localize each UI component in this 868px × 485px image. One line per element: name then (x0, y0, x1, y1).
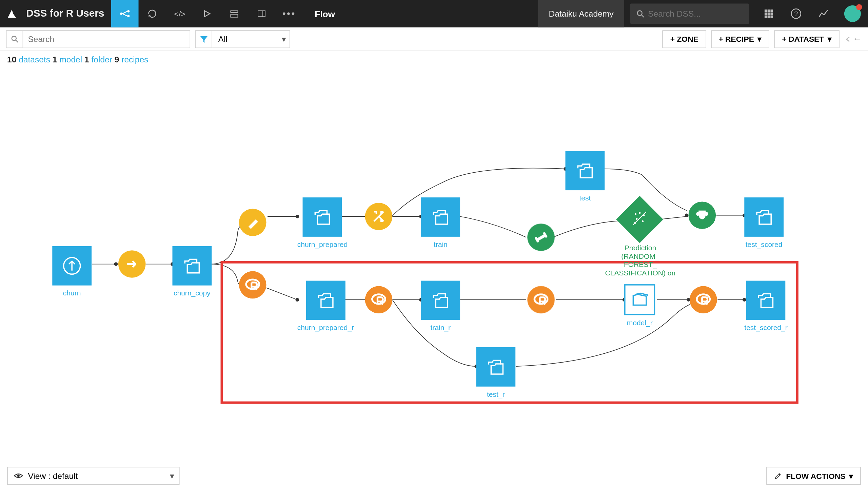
play-icon[interactable] (193, 0, 221, 27)
dataset-churn[interactable]: churn (52, 246, 92, 297)
page-title: Flow (303, 8, 347, 19)
svg-text:?: ? (794, 10, 798, 17)
flow-bottom-bar: View : default FLOW ACTIONS ▾ (0, 464, 868, 485)
apps-grid-icon[interactable] (755, 0, 783, 27)
svg-rect-5 (258, 11, 265, 17)
svg-line-21 (16, 40, 18, 42)
recipe-split[interactable] (365, 203, 393, 230)
recipe-r-code-3[interactable] (527, 286, 555, 313)
dataiku-logo-icon[interactable] (0, 8, 24, 20)
filter-icon (196, 31, 212, 47)
datasets-link[interactable]: datasets (19, 55, 50, 64)
flow-search-box[interactable] (6, 30, 191, 48)
recipe-r-code-4[interactable] (690, 286, 717, 313)
refresh-icon[interactable] (139, 0, 166, 27)
model-count: 1 (53, 55, 57, 64)
recipe-prepare[interactable] (239, 209, 267, 236)
dataset-test-scored-r[interactable]: test_scored_r (744, 281, 787, 332)
datasets-count: 10 (7, 55, 16, 64)
dataset-churn-prepared[interactable]: churn_prepared (297, 197, 348, 249)
dataset-test-scored[interactable]: test_scored (744, 197, 784, 249)
flow-tab-icon[interactable] (111, 0, 139, 27)
activity-icon[interactable] (810, 0, 837, 27)
svg-point-25 (639, 212, 640, 214)
flow-actions-button[interactable]: FLOW ACTIONS ▾ (766, 467, 861, 485)
help-icon[interactable]: ? (783, 0, 810, 27)
svg-point-27 (636, 218, 637, 220)
svg-rect-14 (770, 13, 773, 15)
global-search[interactable] (630, 4, 749, 24)
recipe-train-model[interactable] (527, 224, 555, 251)
recipes-link[interactable]: recipes (121, 55, 148, 64)
model-link[interactable]: model (59, 55, 82, 64)
recipe-r-code-1[interactable] (239, 271, 267, 299)
dataset-churn-prepared-r[interactable]: churn_prepared_r (297, 281, 354, 332)
filter-select[interactable]: All (212, 34, 290, 44)
folder-link[interactable]: folder (92, 55, 112, 64)
dashboard-icon[interactable] (221, 0, 248, 27)
code-icon[interactable]: </> (166, 0, 194, 27)
svg-rect-9 (765, 9, 767, 12)
view-selector[interactable]: View : default (7, 467, 179, 485)
svg-rect-10 (768, 9, 770, 12)
dataset-test[interactable]: test (566, 151, 605, 202)
academy-link[interactable]: Dataiku Academy (538, 0, 624, 27)
flow-filter-box[interactable]: All (195, 30, 290, 48)
recipes-count: 9 (115, 55, 119, 64)
svg-rect-17 (770, 16, 773, 18)
model-prediction-label: Prediction (RANDOM_ FOREST_ CLASSIFICATI… (621, 240, 660, 277)
svg-point-1 (127, 10, 130, 13)
flow-toolbar: All + ZONE + RECIPE▾ + DATASET▾ ← (0, 27, 868, 51)
flow-canvas[interactable]: churn churn_copy churn_prepared train te… (0, 68, 868, 485)
dataset-train-r[interactable]: train_r (421, 281, 460, 332)
svg-point-38 (17, 474, 20, 477)
flow-counts: 10 datasets 1 model 1 folder 9 recipes (0, 51, 868, 68)
svg-rect-16 (768, 16, 770, 18)
svg-point-28 (642, 220, 644, 222)
top-navigation-bar: DSS for R Users </> ••• Flow Dataiku Aca… (0, 0, 868, 27)
add-dataset-button[interactable]: + DATASET▾ (774, 30, 840, 48)
svg-rect-11 (770, 9, 773, 12)
svg-point-0 (120, 13, 123, 15)
recipe-sync[interactable] (118, 250, 146, 278)
dataset-test-r[interactable]: test_r (476, 347, 515, 399)
collapse-right-panel-icon[interactable]: ← (844, 34, 862, 44)
svg-rect-15 (765, 16, 767, 18)
add-zone-button[interactable]: + ZONE (663, 30, 706, 48)
svg-point-20 (12, 36, 16, 41)
model-prediction[interactable] (616, 196, 663, 243)
svg-rect-4 (231, 14, 238, 17)
dataset-train[interactable]: train (421, 197, 460, 249)
view-selector-label: View : default (28, 471, 78, 481)
search-icon (6, 31, 23, 47)
more-icon[interactable]: ••• (275, 0, 303, 27)
add-recipe-button[interactable]: + RECIPE▾ (711, 30, 770, 48)
panel-icon[interactable] (248, 0, 276, 27)
folder-count: 1 (84, 55, 89, 64)
svg-rect-3 (231, 11, 238, 13)
project-title[interactable]: DSS for R Users (24, 8, 111, 20)
svg-rect-13 (768, 13, 770, 15)
svg-point-24 (635, 213, 636, 215)
svg-rect-12 (765, 13, 767, 15)
flow-search-input[interactable] (23, 31, 190, 47)
recipe-r-code-2[interactable] (365, 286, 393, 313)
folder-model-r[interactable]: model_r (624, 284, 655, 327)
recipe-score[interactable] (688, 201, 716, 229)
svg-point-7 (637, 11, 642, 16)
svg-line-8 (642, 15, 644, 17)
dataset-churn-copy[interactable]: churn_copy (172, 246, 212, 297)
svg-point-2 (127, 15, 130, 17)
global-search-input[interactable] (648, 9, 743, 18)
user-avatar[interactable] (844, 5, 861, 22)
